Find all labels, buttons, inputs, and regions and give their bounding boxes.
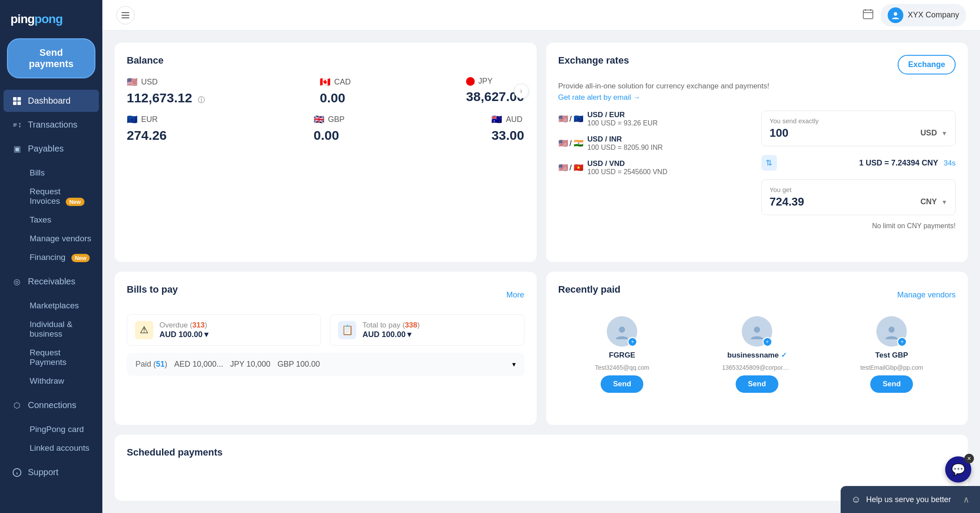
chat-close-icon[interactable]: ✕ [964, 454, 974, 463]
topbar-right: XYX Company [862, 4, 966, 27]
sidebar-item-payables[interactable]: ▣ Payables [3, 138, 99, 160]
vendor-send-button-fgrge[interactable]: Send [601, 375, 643, 393]
vendor-email-fgrge: Test32465@qq.com [595, 364, 649, 371]
svg-point-9 [894, 12, 897, 16]
rate-flags-vnd: 🇺🇸/🇻🇳 [558, 163, 583, 172]
sidebar-item-individual-business[interactable]: Individual & business [23, 315, 99, 343]
svg-point-12 [889, 327, 895, 333]
vendor-item-testgbp: + Test GBP testEmailGbp@pp.com Send [828, 316, 956, 393]
svg-rect-1 [17, 97, 21, 101]
send-amount: 100 [770, 126, 788, 140]
sidebar-item-support[interactable]: Support [3, 461, 99, 483]
send-payments-button[interactable]: Send payments [7, 38, 95, 78]
no-limit-text: No limit on CNY payments! [761, 222, 956, 230]
currency-label-aud: 🇦🇺 AUD [491, 114, 524, 125]
total-dropdown-arrow[interactable]: ▾ [407, 330, 411, 339]
content-grid: Balance 🇺🇸 USD 112,673.12 ⓘ 🇨🇦 CAD [102, 30, 980, 513]
sidebar-item-taxes[interactable]: Taxes [23, 211, 99, 229]
sidebar-item-transactions[interactable]: ↕ Transactions [3, 114, 99, 136]
balance-amount-eur: 274.26 [127, 128, 167, 143]
svg-rect-6 [122, 15, 129, 16]
sidebar-item-linked-accounts[interactable]: Linked accounts [23, 439, 99, 457]
send-currency[interactable]: USD ▼ [920, 128, 947, 138]
sidebar-item-receivables[interactable]: ◎ Receivables [3, 270, 99, 293]
sidebar-item-connections[interactable]: ⬡ Connections [3, 394, 99, 416]
user-name: XYX Company [908, 10, 959, 20]
paid-label: Paid (51) [135, 360, 167, 369]
main-content: XYX Company Balance 🇺🇸 USD 112,673.12 ⓘ [102, 0, 980, 513]
vendor-badge-businessname: + [763, 337, 772, 347]
sidebar-item-withdraw[interactable]: Withdraw [23, 372, 99, 390]
send-label: You send exactly [770, 117, 947, 125]
payables-icon: ▣ [12, 144, 22, 154]
verified-check-icon: ✓ [781, 351, 787, 359]
get-currency[interactable]: CNY ▼ [920, 197, 947, 206]
paid-row: Paid (51) AED 10,000... JPY 10,000 GBP 1… [127, 353, 524, 376]
get-currency-arrow: ▼ [941, 199, 947, 206]
sidebar-item-dashboard[interactable]: Dashboard [3, 90, 99, 112]
get-rate-alert-link[interactable]: Get rate alert by email → [558, 93, 956, 102]
eur-flag: 🇪🇺 [127, 114, 138, 125]
avatar [888, 7, 903, 23]
gbp-flag: 🇬🇧 [314, 114, 324, 125]
bills-header: Bills to pay More [127, 284, 524, 306]
recently-paid-header: Recently paid Manage vendors [558, 284, 956, 306]
paid-amount-1: AED 10,000... [174, 360, 223, 369]
new-badge-financing: New [71, 254, 90, 262]
usd-flag: 🇺🇸 [127, 77, 138, 87]
sidebar-item-request-invoices[interactable]: Request Invoices New [23, 182, 99, 210]
paid-dropdown[interactable]: ▾ [512, 360, 516, 368]
receivables-submenu: Marketplaces Individual & business Reque… [0, 294, 102, 393]
get-row: 724.39 CNY ▼ [770, 195, 947, 209]
rate-value-eur: 100 USD = 93.26 EUR [588, 119, 658, 127]
send-row: 100 USD ▼ [770, 126, 947, 140]
exchange-title-text: Exchange rates [558, 55, 629, 66]
exchange-calculator: You send exactly 100 USD ▼ ⇅ 1 USD = [761, 111, 956, 230]
overdue-dropdown-arrow[interactable]: ▾ [204, 330, 208, 339]
calendar-icon[interactable] [862, 8, 874, 22]
rate-pair-inr: USD / INR [588, 135, 663, 144]
payables-submenu: Bills Request Invoices New Taxes Manage … [0, 161, 102, 270]
sidebar-item-financing[interactable]: Financing New [23, 248, 99, 267]
sidebar: pingpong Send payments Dashboard ↕ Trans… [0, 0, 102, 513]
bills-to-pay-card: Bills to pay More ⚠ Overdue (313) AUD 10… [115, 272, 537, 425]
manage-vendors-link[interactable]: Manage vendors [897, 290, 956, 300]
balance-next-arrow[interactable]: › [514, 84, 529, 98]
help-bar[interactable]: ☺ Help us serve you better ∧ [841, 486, 980, 513]
help-collapse-icon[interactable]: ∧ [963, 494, 970, 505]
sidebar-item-label: Connections [28, 400, 76, 410]
help-text: Help us serve you better [866, 495, 958, 504]
sidebar-item-pingpong-card[interactable]: PingPong card [23, 420, 99, 439]
get-amount-box: You get 724.39 CNY ▼ [761, 179, 956, 215]
overdue-amount: AUD 100.00 ▾ [159, 330, 208, 339]
vendor-badge-testgbp: + [897, 337, 907, 347]
sidebar-item-bills[interactable]: Bills [23, 164, 99, 182]
sidebar-item-request-payments[interactable]: Request Payments [23, 344, 99, 371]
cad-flag: 🇨🇦 [320, 77, 331, 87]
vendors-grid: + FGRGE Test32465@qq.com Send + business… [558, 316, 956, 393]
rate-display: 1 USD = 7.24394 CNY 34s [859, 159, 956, 168]
menu-button[interactable] [116, 6, 135, 24]
rate-pair-vnd: USD / VND [588, 159, 668, 168]
swap-icon[interactable]: ⇅ [761, 155, 777, 171]
svg-rect-8 [863, 10, 873, 19]
sidebar-item-manage-vendors[interactable]: Manage vendors [23, 230, 99, 248]
exchange-body: 🇺🇸/🇪🇺 USD / EUR 100 USD = 93.26 EUR 🇺🇸/🇮… [558, 111, 956, 230]
sidebar-item-marketplaces[interactable]: Marketplaces [23, 297, 99, 315]
vendor-item-fgrge: + FGRGE Test32465@qq.com Send [558, 316, 686, 393]
connections-icon: ⬡ [12, 401, 22, 410]
recently-paid-card: Recently paid Manage vendors + FGRGE Tes… [546, 272, 968, 425]
overdue-count: 313 [193, 321, 205, 329]
chat-button[interactable]: 💬 ✕ [945, 456, 971, 483]
vendor-send-button-businessname[interactable]: Send [736, 375, 778, 393]
bills-more-link[interactable]: More [506, 290, 524, 300]
vendor-send-button-testgbp[interactable]: Send [870, 375, 913, 393]
svg-rect-7 [122, 17, 129, 18]
balance-aud: 🇦🇺 AUD 33.00 [491, 114, 524, 143]
calc-middle: ⇅ 1 USD = 7.24394 CNY 34s [761, 152, 956, 174]
info-icon[interactable]: ⓘ [198, 96, 205, 104]
exchange-button[interactable]: Exchange [898, 55, 956, 74]
user-badge[interactable]: XYX Company [881, 4, 966, 27]
balance-row-2: 🇪🇺 EUR 274.26 🇬🇧 GBP 0.00 🇦🇺 AUD [127, 114, 524, 143]
new-badge: New [66, 198, 84, 206]
